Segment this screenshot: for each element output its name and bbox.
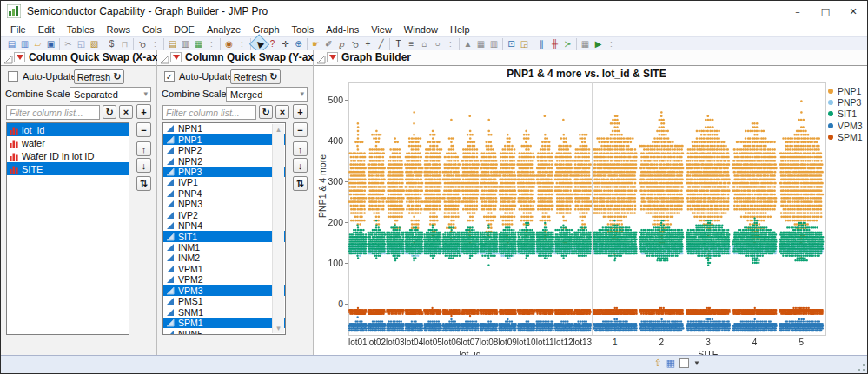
- list-item-npn1[interactable]: NPN1: [163, 123, 285, 134]
- list-item-vpm1[interactable]: VPM1: [163, 264, 285, 274]
- fit-y-by-x-platform-icon[interactable]: ╫: [548, 38, 561, 50]
- x-tick-label-site[interactable]: 4: [743, 338, 767, 347]
- list-item-vpm3[interactable]: VPM3: [163, 285, 285, 296]
- legend-item-pnp1[interactable]: PNP1: [828, 85, 863, 96]
- table-view-icon[interactable]: ▦: [579, 38, 592, 50]
- resize-grip-icon[interactable]: [855, 361, 865, 371]
- close-button[interactable]: ✕: [839, 1, 867, 23]
- menu-view[interactable]: View: [365, 23, 398, 36]
- refresh-button-y[interactable]: Refresh ↻: [230, 69, 281, 84]
- paste-icon[interactable]: ▧: [88, 38, 101, 50]
- menu-tools[interactable]: Tools: [286, 23, 321, 36]
- move-up-button[interactable]: ↑: [136, 141, 151, 156]
- list-item-npn4[interactable]: NPN4: [163, 220, 285, 231]
- legend-item-pnp3[interactable]: PNP3: [828, 96, 863, 108]
- red-triangle-menu-icon[interactable]: [170, 52, 182, 62]
- swap-columns-button[interactable]: ⇅: [293, 176, 308, 191]
- list-item-wafer[interactable]: wafer: [7, 136, 129, 149]
- column-list-y[interactable]: ▴ ▾ NPN1PNP1PNP2NPN2PNP3IVP1PNP4NPN3IVP2…: [162, 122, 286, 335]
- list-item-pnp2[interactable]: PNP2: [163, 145, 285, 155]
- list-item-npn5[interactable]: NPN5: [163, 328, 285, 335]
- lock-icon[interactable]: ⊓: [118, 38, 131, 50]
- menu-edit[interactable]: Edit: [32, 23, 61, 36]
- graph-canvas[interactable]: [348, 82, 825, 334]
- overflow-file-icon[interactable]: :: [205, 38, 218, 50]
- overflow-explore-icon[interactable]: :: [235, 38, 248, 50]
- menu-analyze[interactable]: Analyze: [201, 23, 247, 36]
- cut-icon[interactable]: ✂: [62, 38, 75, 50]
- auto-update-checkbox-x[interactable]: [8, 71, 18, 82]
- report-frame-icon[interactable]: ▥: [487, 38, 500, 50]
- filter-clear-button-x[interactable]: ×: [119, 105, 133, 119]
- status-dropdown-icon[interactable]: ▼: [693, 359, 700, 367]
- filter-input-y[interactable]: [162, 105, 256, 120]
- filter-clear-button-y[interactable]: ×: [275, 105, 289, 119]
- list-scrollbar[interactable]: ▴ ▾: [272, 124, 284, 333]
- zoom-report-icon[interactable]: ⊡: [505, 38, 518, 50]
- brush-tool-icon[interactable]: ✐: [322, 38, 335, 50]
- grabber-hand-icon[interactable]: ☛: [309, 38, 322, 50]
- swap-columns-button[interactable]: ⇅: [136, 176, 151, 191]
- filter-input-x[interactable]: [6, 105, 100, 120]
- explore-outliers-icon[interactable]: ◉: [222, 38, 235, 50]
- list-item-wafer-id-in-lot-id[interactable]: Wafer ID in lot ID: [7, 149, 129, 162]
- data-table-link-icon[interactable]: ▦: [666, 358, 675, 369]
- data-grid-icon[interactable]: ▦: [474, 38, 487, 50]
- new-script-icon[interactable]: ▥: [18, 38, 31, 50]
- list-item-pnp1[interactable]: PNP1: [163, 134, 285, 144]
- status-checkbox[interactable]: [679, 358, 689, 368]
- red-triangle-menu-icon[interactable]: [14, 52, 25, 62]
- refresh-button-x[interactable]: Refresh ↻: [74, 69, 124, 84]
- new-journal-icon[interactable]: ▤: [5, 38, 18, 50]
- scroll-up-icon[interactable]: ▴: [273, 124, 284, 135]
- add-column-button[interactable]: +: [136, 104, 151, 119]
- copy-icon[interactable]: ◱: [75, 38, 88, 50]
- filter-refresh-button-x[interactable]: ↻: [103, 105, 116, 119]
- distribution-platform-icon[interactable]: ∥: [535, 38, 548, 50]
- x-tick-label-lot[interactable]: lot13: [570, 338, 594, 347]
- legend-item-spm1[interactable]: SPM1: [828, 132, 863, 143]
- list-item-pnp3[interactable]: PNP3: [163, 167, 285, 177]
- new-data-table-add-icon[interactable]: ▦: [192, 38, 205, 50]
- legend-item-vpm3[interactable]: VPM3: [828, 120, 863, 131]
- copy-report-icon[interactable]: ◲: [518, 38, 531, 50]
- legend-item-sit1[interactable]: SIT1: [828, 108, 863, 120]
- red-triangle-menu-icon[interactable]: [327, 52, 338, 62]
- globe-tool-icon[interactable]: ⊕: [292, 38, 305, 50]
- menu-graph[interactable]: Graph: [247, 23, 286, 36]
- combine-scales-dropdown-y[interactable]: Merged ▾: [226, 87, 308, 102]
- run-script-icon[interactable]: ▶: [592, 38, 605, 50]
- list-item-lot-id[interactable]: lot_id: [7, 123, 129, 136]
- annotate-lines-icon[interactable]: ≡: [405, 38, 418, 50]
- combine-scales-dropdown-x[interactable]: Separated ▾: [70, 87, 151, 102]
- list-item-site[interactable]: SITE: [7, 162, 129, 175]
- filter-refresh-button-y[interactable]: ↻: [259, 105, 273, 119]
- annotate-text-icon[interactable]: T: [392, 38, 405, 50]
- minimize-button[interactable]: –: [784, 1, 812, 23]
- list-item-spm1[interactable]: SPM1: [163, 318, 285, 328]
- remove-column-button[interactable]: −: [293, 122, 308, 137]
- add-column-button[interactable]: +: [293, 104, 308, 119]
- layout-icon[interactable]: ▥: [179, 38, 192, 50]
- list-item-ivp2[interactable]: IVP2: [163, 210, 285, 220]
- list-item-ivp1[interactable]: IVP1: [163, 177, 285, 187]
- menu-addins[interactable]: Add-Ins: [320, 23, 365, 36]
- x-tick-label-site[interactable]: 3: [696, 338, 720, 347]
- list-item-inm2[interactable]: INM2: [163, 253, 285, 263]
- menu-doe[interactable]: DOE: [168, 23, 201, 36]
- move-up-button[interactable]: ↑: [293, 141, 308, 156]
- menu-file[interactable]: File: [4, 23, 32, 36]
- annotate-polygon-icon[interactable]: ⌂: [418, 38, 431, 50]
- column-list-x[interactable]: lot_idwaferWafer ID in lot IDSITE: [6, 122, 129, 335]
- summary-statistics-icon[interactable]: $: [105, 38, 118, 50]
- menu-help[interactable]: Help: [444, 23, 476, 36]
- move-down-button[interactable]: ↓: [136, 158, 151, 173]
- move-tool-icon[interactable]: ✛: [279, 38, 292, 50]
- maximize-button[interactable]: □: [812, 1, 839, 23]
- journal-icon[interactable]: ▤: [166, 38, 179, 50]
- overflow-run-icon[interactable]: :: [605, 38, 618, 50]
- remove-column-button[interactable]: −: [136, 122, 151, 137]
- scroll-to-top-icon[interactable]: ⇧: [653, 358, 661, 369]
- collapse-toolbar-icon[interactable]: ▲: [461, 38, 474, 50]
- annotate-oval-icon[interactable]: ○: [431, 38, 444, 50]
